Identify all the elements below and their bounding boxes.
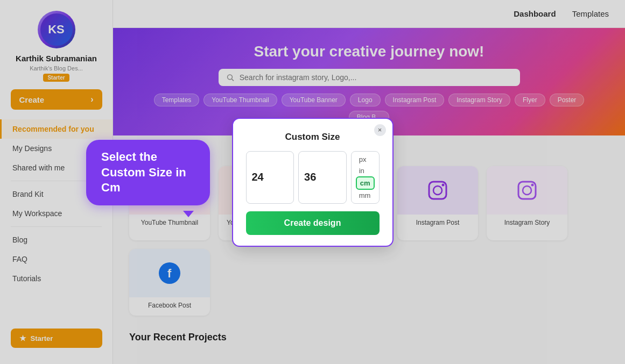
unit-option-cm[interactable]: cm [356, 176, 375, 190]
unit-option-in[interactable]: in [356, 165, 375, 176]
custom-size-modal: × Custom Size px in cm mm Create design [232, 118, 394, 247]
unit-dropdown[interactable]: px in cm mm [351, 151, 380, 204]
unit-option-mm[interactable]: mm [356, 190, 375, 201]
create-design-button[interactable]: Create design [246, 211, 380, 235]
height-input[interactable] [298, 151, 347, 204]
modal-close-button[interactable]: × [374, 124, 386, 136]
tooltip-bubble: Select the Custom Size in Cm [86, 140, 210, 205]
unit-option-px[interactable]: px [356, 154, 375, 165]
modal-title: Custom Size [246, 132, 380, 142]
modal-inputs: px in cm mm [246, 151, 380, 204]
width-input[interactable] [246, 151, 294, 204]
